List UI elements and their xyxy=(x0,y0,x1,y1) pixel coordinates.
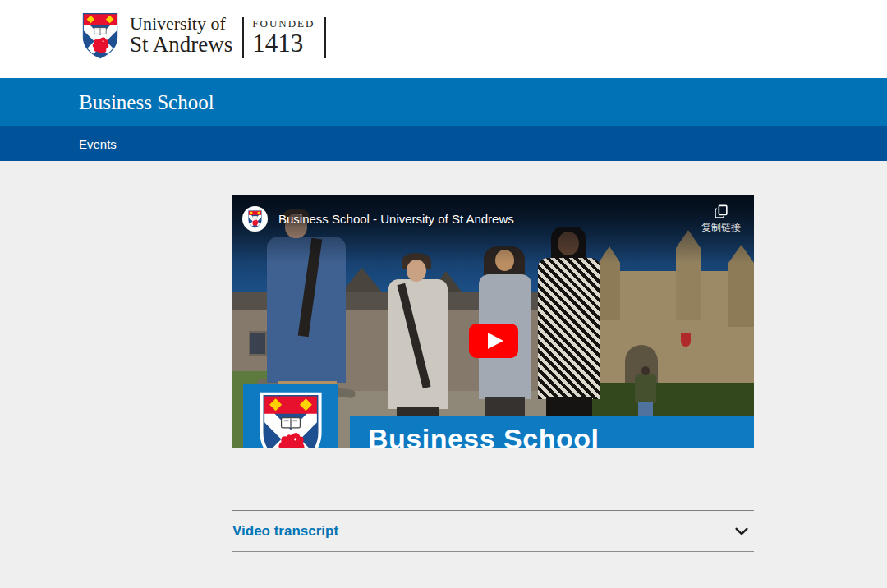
university-logo[interactable]: University of St Andrews FOUNDED 1413 xyxy=(78,11,326,62)
video-title[interactable]: Business School - University of St Andre… xyxy=(278,212,514,226)
video-thumbnail[interactable]: Business School - University of St Andre… xyxy=(232,195,754,448)
scene-wall-crest xyxy=(681,333,691,347)
scene-student-4-torso xyxy=(538,258,600,399)
nav-item-events[interactable]: Events xyxy=(79,137,117,151)
founded-year: 1413 xyxy=(252,30,315,56)
copy-link-icon xyxy=(714,204,729,219)
university-wordmark: University of St Andrews xyxy=(130,11,232,56)
university-name-line2: St Andrews xyxy=(130,33,232,56)
sub-navigation: Events xyxy=(0,126,887,161)
copy-link-label: 复制链接 xyxy=(701,221,741,235)
play-button[interactable] xyxy=(469,324,518,358)
logo-divider-2 xyxy=(324,17,326,58)
video-crest-icon xyxy=(257,391,324,448)
university-name-line1: University of xyxy=(130,14,232,33)
school-banner: Business School xyxy=(0,78,887,126)
university-crest-icon xyxy=(78,11,122,62)
main-content: Business School - University of St Andre… xyxy=(0,161,887,588)
page: University of St Andrews FOUNDED 1413 Bu… xyxy=(0,0,887,588)
video-top-gradient xyxy=(232,195,754,263)
scene-person-head xyxy=(641,366,650,375)
page-title[interactable]: Business School xyxy=(79,91,214,114)
chevron-down-icon xyxy=(733,522,751,540)
scene-student-2-head xyxy=(407,260,426,282)
logo-divider xyxy=(242,17,244,58)
scene-person-walking-away xyxy=(635,374,656,404)
avatar-crest-icon xyxy=(246,209,264,229)
copy-link-button[interactable]: 复制链接 xyxy=(701,204,741,235)
video-brand-crest-panel xyxy=(243,384,338,448)
video-transcript-accordion[interactable]: Video transcript xyxy=(232,510,754,552)
video-embed: Business School - University of St Andre… xyxy=(232,195,754,486)
scene-building-window xyxy=(249,331,267,356)
channel-avatar[interactable] xyxy=(242,206,268,232)
site-header: University of St Andrews FOUNDED 1413 xyxy=(0,0,887,78)
video-brand-title: Business School xyxy=(368,423,599,448)
video-transcript-label: Video transcript xyxy=(232,523,338,540)
founded-block: FOUNDED 1413 xyxy=(252,11,315,56)
video-brand-title-band: Business School xyxy=(350,416,754,448)
